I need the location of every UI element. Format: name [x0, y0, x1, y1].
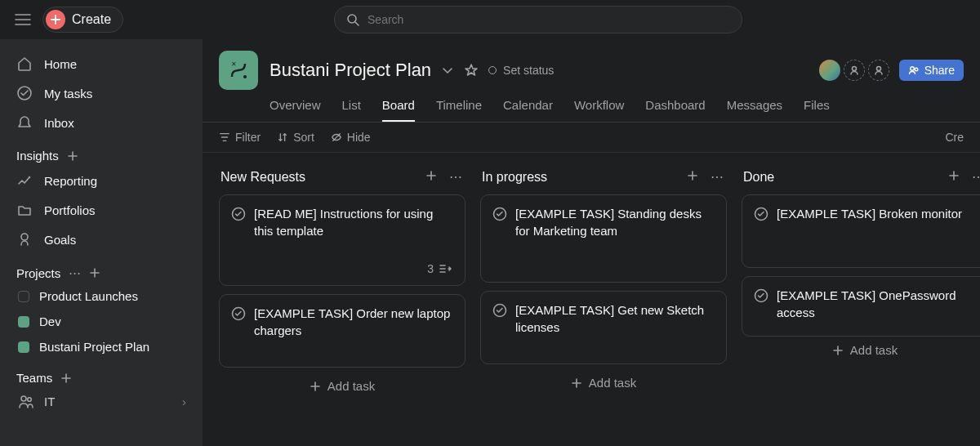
chevron-down-icon[interactable] — [441, 64, 454, 77]
sidebar-item-inbox[interactable]: Inbox — [0, 108, 203, 137]
hide-button[interactable]: Hide — [331, 131, 371, 144]
tab-workflow[interactable]: Workflow — [574, 98, 624, 122]
sort-button[interactable]: Sort — [277, 131, 314, 144]
create-button[interactable]: Create — [42, 7, 123, 33]
task-card[interactable]: [EXAMPLE TASK] OnePassword access — [742, 276, 980, 337]
add-card-button[interactable] — [425, 169, 438, 185]
add-task-label: Add task — [589, 376, 636, 390]
avatar[interactable] — [819, 60, 840, 81]
page-title: Bustani Project Plan — [270, 60, 431, 81]
search-icon — [346, 13, 359, 26]
sidebar-project[interactable]: Dev — [0, 309, 203, 334]
topbar: Create — [0, 0, 980, 39]
sidebar-label: Reporting — [44, 174, 97, 188]
task-card[interactable]: [EXAMPLE TASK] Get new Sketch licenses — [480, 291, 727, 364]
task-title: [EXAMPLE TASK] Order new laptop chargers — [254, 305, 453, 339]
svg-point-7 — [243, 75, 247, 78]
status-dot-icon — [488, 66, 497, 74]
tab-messages[interactable]: Messages — [727, 98, 782, 122]
set-status-button[interactable]: Set status — [488, 64, 554, 77]
add-task-button[interactable]: Add task — [480, 364, 727, 395]
board-column: New Requests ⋯ [READ ME] Instructions fo… — [219, 166, 466, 446]
sidebar-label: My tasks — [44, 87, 92, 100]
tab-overview[interactable]: Overview — [270, 98, 321, 122]
star-icon[interactable] — [464, 63, 479, 78]
check-circle-icon[interactable] — [231, 306, 246, 321]
title-block: Bustani Project Plan Set status — [270, 60, 554, 81]
sidebar-item-home[interactable]: Home — [0, 49, 203, 78]
tab-board[interactable]: Board — [382, 98, 415, 122]
user-icon — [874, 65, 884, 75]
section-label: Projects — [16, 266, 60, 280]
tab-calendar[interactable]: Calendar — [503, 98, 553, 122]
user-icon — [849, 65, 859, 75]
sidebar-team[interactable]: IT › — [0, 388, 203, 414]
add-member-button[interactable] — [844, 60, 865, 81]
tab-dashboard[interactable]: Dashboard — [645, 98, 705, 122]
tab-files[interactable]: Files — [804, 98, 830, 122]
hide-label: Hide — [347, 131, 371, 144]
sidebar-project[interactable]: Bustani Project Plan — [0, 334, 203, 359]
subtask-count: 3 — [427, 262, 434, 275]
task-card[interactable]: [READ ME] Instructions for using this te… — [219, 194, 466, 286]
add-task-button[interactable]: Add task — [742, 337, 980, 362]
hide-icon — [331, 132, 342, 143]
check-circle-icon[interactable] — [754, 288, 768, 303]
filter-button[interactable]: Filter — [219, 131, 261, 144]
section-label: Teams — [16, 371, 52, 385]
column-more-button[interactable]: ⋯ — [449, 169, 462, 185]
share-button[interactable]: Share — [899, 60, 964, 81]
home-icon — [16, 56, 33, 72]
hamburger-icon — [15, 13, 31, 26]
section-projects: Projects ⋯ — [0, 254, 203, 283]
project-icon: ✕ — [219, 51, 258, 90]
add-card-button[interactable] — [686, 169, 699, 185]
check-circle-icon[interactable] — [231, 207, 246, 221]
tab-list[interactable]: List — [342, 98, 361, 122]
project-swatch — [18, 341, 29, 353]
task-card[interactable]: [EXAMPLE TASK] Standing desks for Market… — [480, 194, 727, 283]
task-title: [EXAMPLE TASK] Get new Sketch licenses — [515, 301, 715, 336]
menu-button[interactable] — [10, 7, 36, 33]
tab-timeline[interactable]: Timeline — [436, 98, 482, 122]
add-team-button[interactable] — [60, 372, 72, 384]
folder-icon — [16, 202, 33, 218]
task-card[interactable]: [EXAMPLE TASK] Broken monitor — [742, 194, 980, 268]
add-project-button[interactable] — [89, 267, 100, 279]
task-card[interactable]: [EXAMPLE TASK] Order new laptop chargers — [219, 294, 466, 368]
sidebar-item-reporting[interactable]: Reporting — [0, 166, 203, 195]
check-circle-icon[interactable] — [492, 207, 507, 221]
column-title: In progress — [482, 170, 547, 185]
project-header: ✕ Bustani Project Plan Set status — [203, 39, 980, 90]
search-input[interactable] — [368, 13, 730, 26]
svg-point-2 — [29, 176, 30, 178]
add-task-button[interactable]: Add task — [219, 368, 466, 398]
task-title: [EXAMPLE TASK] OnePassword access — [777, 287, 976, 321]
create-label: Create — [72, 12, 111, 27]
search-box[interactable] — [334, 6, 742, 33]
filter-label: Filter — [235, 131, 261, 144]
sidebar-project[interactable]: Product Launches — [0, 283, 203, 309]
check-circle-icon[interactable] — [492, 303, 507, 318]
section-teams: Teams — [0, 359, 203, 388]
add-member-button[interactable] — [868, 60, 889, 81]
sidebar-item-goals[interactable]: Goals — [0, 225, 203, 254]
sidebar-label: Home — [44, 57, 77, 71]
sidebar-item-mytasks[interactable]: My tasks — [0, 78, 203, 108]
projects-more-button[interactable]: ⋯ — [69, 265, 81, 280]
toolbar-overflow[interactable]: Cre — [945, 131, 964, 144]
project-swatch — [18, 316, 29, 328]
column-more-button[interactable]: ⋯ — [972, 169, 980, 185]
column-more-button[interactable]: ⋯ — [710, 169, 724, 185]
section-label: Insights — [16, 149, 59, 163]
chevron-right-icon: › — [182, 395, 186, 408]
check-circle-icon[interactable] — [754, 207, 768, 221]
reporting-icon — [16, 172, 33, 189]
section-insights: Insights — [0, 137, 203, 166]
toolbar-overflow-label: Cre — [945, 131, 964, 144]
sidebar-item-portfolios[interactable]: Portfolios — [0, 195, 203, 225]
add-card-button[interactable] — [947, 169, 960, 185]
share-label: Share — [924, 64, 955, 77]
add-insight-button[interactable] — [67, 150, 78, 162]
project-name: Bustani Project Plan — [39, 340, 149, 354]
